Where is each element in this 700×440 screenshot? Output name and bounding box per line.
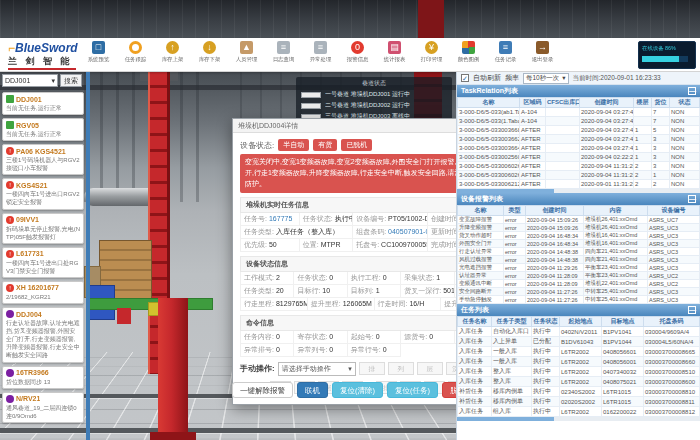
device-card[interactable]: RGV05 当前无任务,运行正常 xyxy=(2,118,84,141)
column-header[interactable]: 创建时间 xyxy=(580,98,634,108)
column-header[interactable]: 内容 xyxy=(584,206,648,216)
column-header[interactable]: 起始地点 xyxy=(560,317,602,327)
table-row[interactable]: 3-000-D6/5-03300621267 AFTER 2020-09-01 … xyxy=(458,180,700,189)
table-row[interactable]: 光电遮挡报警 error 2020-09-04 11:29:26 平衡车23,4… xyxy=(458,264,700,272)
device-card[interactable]: N/RV21 通风巷道_19_二层四连锁0连0/9Omd6 xyxy=(2,392,84,423)
menu-item[interactable]: ≡ 异常处理 xyxy=(302,41,339,64)
table-row[interactable]: 入库任务 自动化入库口 执行中 0402N/V2011 B1PV1041 030… xyxy=(458,327,700,337)
search-button[interactable]: 搜索 xyxy=(60,74,82,87)
dialog-action-button[interactable]: 一键解除报警 xyxy=(232,382,293,398)
table-row[interactable]: 行走认址异常 error 2020-09-04 14:48:38 四向车21,4… xyxy=(458,248,700,256)
legend-swatch xyxy=(301,92,321,98)
cell: 四向车21,401:xxOmd xyxy=(584,256,648,264)
collapse-icon[interactable]: — xyxy=(688,195,696,203)
collapse-icon[interactable]: — xyxy=(688,87,696,95)
table-row[interactable]: 补货任务 移库内倒单 执行中 02020S2002 L6TR1015 03000… xyxy=(458,397,700,407)
menu-item[interactable]: ¥ 打印管理 xyxy=(413,41,450,64)
manual-operation-select[interactable]: 请选择手动操作 ▾ xyxy=(278,362,356,376)
info-field: 位置: MTPR xyxy=(300,239,353,252)
table-row[interactable]: 3-000-D6/5-033003664*98 AFTER 2020-09-04… xyxy=(458,144,700,153)
table-row[interactable]: 补货任务 移库内倒单 执行中 02340S2002 L6TR1015 03000… xyxy=(458,387,700,397)
device-card[interactable]: ! PA06 KGS4521 三楼1号码垛机器人与RGV2接驳口小车报警 xyxy=(2,144,84,175)
column-header[interactable]: 货位 xyxy=(652,98,670,108)
manual-operation-label: 手动操作: xyxy=(240,363,275,374)
table-row[interactable]: 入库任务 一般入库 执行中 L6TR2002 0408056001 030003… xyxy=(458,357,700,367)
table-row[interactable]: 3-000-D6/5-03300602673 AFTER 2020-09-04 … xyxy=(458,162,700,171)
table-row[interactable]: 外围安全门开 error 2020-09-04 16:48:34 堆垛机16,4… xyxy=(458,240,700,248)
column-header[interactable]: 任务名称 xyxy=(458,317,492,327)
table-row[interactable]: 3-000-D6/5-0330036624*5 AFTER 2020-09-04… xyxy=(458,135,700,144)
dialog-action-button[interactable]: 复位(清除) xyxy=(332,382,383,398)
table-row[interactable]: 手动急停触发 error 2020-09-04 11:27:26 中转车25,4… xyxy=(458,296,700,304)
menu-item[interactable]: ↑ 库存上架 xyxy=(154,41,191,64)
table-row[interactable]: 3-000-D6/5-03300602655 AFTER 2020-09-04 … xyxy=(458,171,700,180)
collapse-icon[interactable]: — xyxy=(688,306,696,314)
dialog-action-button[interactable]: 联机 xyxy=(297,382,328,398)
manual-coordinate-input[interactable]: 排 xyxy=(359,362,385,375)
device-card[interactable]: 16TR3966 货位数据同步 13 xyxy=(2,366,84,389)
table-row[interactable]: 3-000-D6/5-033(ab1.TabaF0)1 A-104 2020-0… xyxy=(458,108,700,117)
table-row[interactable]: 3-000-D6/5-033(1.TabaF033) A-104 2020-09… xyxy=(458,117,700,126)
menu-item[interactable]: ↓ 库存下架 xyxy=(191,41,228,64)
table-row[interactable]: 升降变频报警 error 2020-09-04 15:09:26 堆垛机26,4… xyxy=(458,224,700,232)
menu-item[interactable]: 颜色图例 xyxy=(450,41,487,64)
column-header[interactable]: 楼层 xyxy=(634,98,652,108)
column-header[interactable]: 名称 xyxy=(458,98,520,108)
column-header[interactable]: 状态 xyxy=(670,98,700,108)
table-row[interactable]: 3-000-D6/5-03300256055 AFTER 2020-09-04 … xyxy=(458,153,700,162)
device-alarm-desc: 2/19682_KGR21 xyxy=(6,293,80,301)
column-header[interactable]: 类型 xyxy=(504,206,526,216)
device-card[interactable]: DDJ004 行走认址器故障,认址光电遮挡,货叉变频器报警,外围安全门打开,行走… xyxy=(2,307,84,362)
column-header[interactable]: 托盘条码 xyxy=(644,317,700,327)
column-header[interactable]: 设备编号 xyxy=(648,206,700,216)
table-row[interactable]: 风机过载报警 error 2020-09-04 14:48:38 四向车21,4… xyxy=(458,256,700,264)
device-card[interactable]: ! 09IVV1 拆码垛单元停止报警,光电(NTP)05F触发报警灯 xyxy=(2,213,84,244)
cell: L6TR2002 xyxy=(560,407,602,417)
table-row[interactable]: 变频通讯中断 error 2020-09-04 11:28:09 堆垛机22,4… xyxy=(458,280,700,288)
horizontal-scrollbar[interactable] xyxy=(457,417,700,421)
device-card[interactable]: DDJ001 当前无任务,运行正常 xyxy=(2,92,84,115)
device-card[interactable]: ! L617731 一楼四向车1号进出口处RGV3门禁安全门报警 xyxy=(2,247,84,278)
frequency-select[interactable]: 每10秒一次 ▾ xyxy=(523,73,569,84)
menu-item[interactable]: ▲ 人员管理 xyxy=(228,41,265,64)
column-header[interactable]: 创建时间 xyxy=(526,206,584,216)
sidebar-scrollbar[interactable] xyxy=(86,72,90,440)
field-value: 167775 xyxy=(269,215,292,222)
table-row[interactable]: 入库任务 入上异单 已分配 B1DV61043 B1PV1044 030004L… xyxy=(458,337,700,347)
cell: 2020-09-04 16:48:34 xyxy=(526,232,584,240)
auto-refresh-checkbox[interactable]: ✓ xyxy=(461,74,469,82)
cell: 2020-09-04 11:31:20 xyxy=(580,162,634,171)
table-row[interactable]: 变宽故障报警 error 2020-09-04 15:09:26 堆垛机26,4… xyxy=(458,216,700,224)
column-header[interactable]: 任务子类型 xyxy=(492,317,532,327)
column-header[interactable]: 区域码 xyxy=(520,98,546,108)
column-header[interactable]: 任务状态 xyxy=(532,317,560,327)
device-status-icon xyxy=(6,121,14,129)
menu-item[interactable]: ▤ 统计报表 xyxy=(376,41,413,64)
column-header[interactable]: CFSC出库口 xyxy=(546,98,580,108)
device-card[interactable]: ! XH 16201677 2/19682_KGR21 xyxy=(2,281,84,304)
field-label: 任务内容: xyxy=(244,332,274,342)
menu-item[interactable]: □ 系统预览 xyxy=(80,41,117,64)
cell: B1PV1041 xyxy=(602,327,644,337)
device-search-select[interactable]: DDJ001 ▾ xyxy=(2,74,58,87)
column-header[interactable]: 名称 xyxy=(458,206,504,216)
table-row[interactable]: 3-000-D6/5-03300366885 AFTER 2020-09-04 … xyxy=(458,126,700,135)
column-header[interactable]: 目标地点 xyxy=(602,317,644,327)
table-row[interactable]: 安全回路断开 error 2020-09-04 11:27:26 中转车25,4… xyxy=(458,288,700,296)
menu-item[interactable]: 0 报警信息 xyxy=(339,41,376,64)
manual-coordinate-input[interactable]: 层 xyxy=(417,362,443,375)
table-row[interactable]: 入库任务 整入库 执行中 L6TR2002 0408075021 0300037… xyxy=(458,377,700,387)
mini-monitor-panel[interactable]: 在线设备 86% xyxy=(638,41,696,69)
table-row[interactable]: 认址器异常 error 2020-09-04 11:28:09 平衡车23,40… xyxy=(458,272,700,280)
menu-item[interactable]: ≡ 日志查询 xyxy=(265,41,302,64)
table-row[interactable]: 货叉动作超时 error 2020-09-04 16:48:34 堆垛机16,4… xyxy=(458,232,700,240)
menu-item[interactable]: → 退出登录 xyxy=(524,41,561,64)
table-row[interactable]: 入库任务 整入库 执行中 L6TR2002 0407340032 0300037… xyxy=(458,367,700,377)
manual-coordinate-input[interactable]: 列 xyxy=(388,362,414,375)
table-row[interactable]: 入库任务 组入库 执行中 L6TR2002 0162200022 0300037… xyxy=(458,407,700,417)
device-card[interactable]: ! KGS4S21 一楼四向车1号进出口RGV2锁定安全报警 xyxy=(2,178,84,209)
dialog-action-button[interactable]: 复位(任务) xyxy=(387,382,438,398)
menu-item[interactable]: 任务跟踪 xyxy=(117,41,154,64)
menu-item[interactable]: ≡ 任务记录 xyxy=(487,41,524,64)
table-row[interactable]: 入库任务 一般入库 执行中 L6TR2002 0408056601 030003… xyxy=(458,347,700,357)
